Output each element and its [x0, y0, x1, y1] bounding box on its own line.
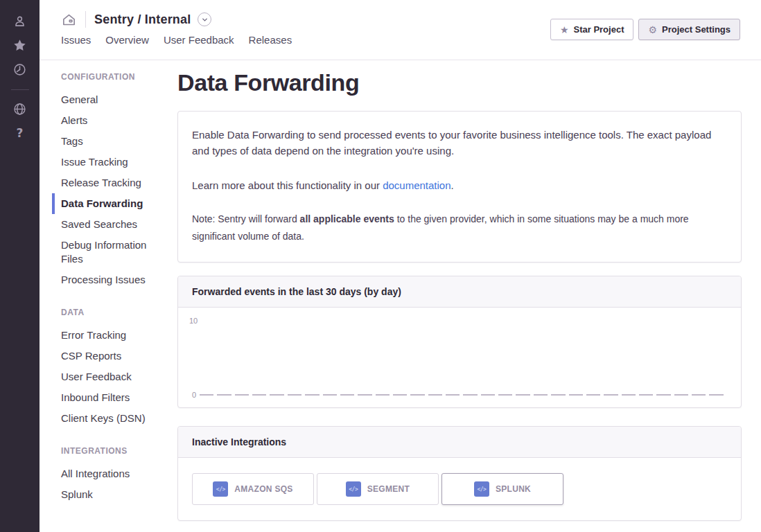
sidebar-item[interactable]: All Integrations	[52, 463, 168, 484]
day-zero-bar	[305, 394, 319, 396]
y-axis-tick-max: 10	[189, 317, 198, 325]
day-zero-bar	[498, 394, 512, 396]
day-zero-bar	[516, 394, 530, 396]
integration-label: AMAZON SQS	[234, 484, 292, 494]
sidebar-item[interactable]: General	[52, 89, 168, 110]
day-zero-bar	[674, 394, 688, 396]
day-zero-bar	[410, 394, 424, 396]
intro-panel: Enable Data Forwarding to send processed…	[177, 111, 742, 263]
user-icon[interactable]	[12, 13, 28, 28]
project-nav-item[interactable]: Releases	[249, 34, 292, 46]
project-title: Sentry / Internal	[94, 12, 191, 27]
sidebar-item[interactable]: User Feedback	[52, 366, 168, 387]
integration-label: SPLUNK	[496, 484, 531, 494]
learn-more-line: Learn more about this functionality in o…	[192, 177, 727, 193]
integration-card[interactable]: </> SPLUNK	[441, 473, 563, 505]
sidebar-item[interactable]: Alerts	[52, 110, 168, 131]
app-rail: ?	[0, 0, 40, 532]
section-label: CONFIGURATION	[52, 72, 177, 82]
intro-paragraph: Enable Data Forwarding to send processed…	[192, 127, 727, 159]
day-zero-bar	[656, 394, 670, 396]
zero-value-baseline	[200, 394, 724, 396]
day-zero-bar	[252, 394, 266, 396]
sidebar-item[interactable]: Processing Issues	[52, 269, 168, 290]
sidebar-item[interactable]: Splunk	[52, 484, 168, 505]
integration-card[interactable]: </> SEGMENT	[317, 473, 439, 505]
rail-divider	[11, 89, 29, 90]
day-zero-bar	[569, 394, 583, 396]
breadcrumb-divider	[85, 11, 86, 28]
note-paragraph: Note: Sentry will forward all applicable…	[192, 211, 727, 245]
sidebar-item[interactable]: Error Tracking	[52, 325, 168, 346]
integration-card[interactable]: </> AMAZON SQS	[192, 473, 314, 505]
sidebar-item[interactable]: Data Forwarding	[52, 193, 168, 214]
project-nav-item[interactable]: Overview	[105, 34, 149, 46]
code-icon: </>	[346, 481, 361, 497]
day-zero-bar	[692, 394, 706, 396]
sidebar-item[interactable]: Debug Information Files	[52, 235, 168, 269]
gear-icon: ⚙	[648, 25, 657, 35]
settings-sidebar: CONFIGURATION GeneralAlertsTagsIssue Tra…	[52, 72, 177, 522]
star-icon: ★	[560, 25, 569, 35]
day-zero-bar	[463, 394, 477, 396]
sidebar-item[interactable]: Tags	[52, 131, 168, 152]
integration-label: SEGMENT	[367, 484, 410, 494]
page-title: Data Forwarding	[177, 69, 742, 96]
day-zero-bar	[393, 394, 407, 396]
section-label: DATA	[52, 308, 177, 318]
day-zero-bar	[551, 394, 565, 396]
project-nav-item[interactable]: Issues	[61, 34, 91, 46]
sidebar-item[interactable]: Issue Tracking	[52, 152, 168, 172]
day-zero-bar	[323, 394, 337, 396]
sidebar-item[interactable]: CSP Reports	[52, 346, 168, 366]
sidebar-item[interactable]: Client Keys (DSN)	[52, 408, 168, 429]
day-zero-bar	[481, 394, 495, 396]
day-zero-bar	[340, 394, 354, 396]
integration-cards: </> AMAZON SQS </> SEGMENT </> SPLUNK	[192, 473, 727, 505]
sidebar-item[interactable]: Saved Searches	[52, 214, 168, 235]
question-icon[interactable]: ?	[12, 125, 28, 141]
sidebar-item[interactable]: Release Tracking	[52, 172, 168, 193]
project-settings-button[interactable]: ⚙ Project Settings	[638, 19, 740, 40]
chevron-down-icon[interactable]	[198, 12, 211, 26]
day-zero-bar	[358, 394, 371, 396]
day-zero-bar	[217, 394, 231, 396]
forwarded-events-chart-panel: Forwarded events in the last 30 days (by…	[177, 276, 742, 408]
day-zero-bar	[200, 394, 213, 396]
day-zero-bar	[622, 394, 636, 396]
home-icon[interactable]	[61, 12, 77, 28]
sidebar-section-configuration: CONFIGURATION GeneralAlertsTagsIssue Tra…	[52, 72, 177, 290]
code-icon: </>	[213, 481, 228, 497]
day-zero-bar	[288, 394, 301, 396]
section-label: INTEGRATIONS	[52, 446, 177, 456]
documentation-link[interactable]: documentation	[383, 179, 451, 191]
globe-icon[interactable]	[12, 101, 28, 116]
day-zero-bar	[235, 394, 249, 396]
sidebar-section-integrations: INTEGRATIONS All IntegrationsSplunk	[52, 446, 177, 505]
main-content: Data Forwarding Enable Data Forwarding t…	[177, 69, 742, 532]
code-icon: </>	[474, 481, 489, 497]
forwarded-events-chart: 10 0	[178, 308, 741, 407]
day-zero-bar	[604, 394, 618, 396]
day-zero-bar	[639, 394, 653, 396]
y-axis-tick-min: 0	[192, 391, 196, 399]
day-zero-bar	[446, 394, 460, 396]
day-zero-bar	[270, 394, 283, 396]
day-zero-bar	[428, 394, 442, 396]
inactive-integrations-panel: Inactive Integrations </> AMAZON SQS </>…	[177, 426, 742, 521]
day-zero-bar	[709, 394, 723, 396]
sidebar-item[interactable]: Inbound Filters	[52, 387, 168, 408]
project-nav-item[interactable]: User Feedback	[164, 34, 234, 46]
history-icon[interactable]	[12, 62, 28, 77]
header-actions: ★ Star Project ⚙ Project Settings	[550, 19, 740, 40]
day-zero-bar	[586, 394, 600, 396]
top-header: Sentry / Internal IssuesOverviewUser Fee…	[40, 0, 761, 60]
day-zero-bar	[376, 394, 390, 396]
star-project-button[interactable]: ★ Star Project	[550, 19, 634, 40]
day-zero-bar	[534, 394, 548, 396]
chart-panel-title: Forwarded events in the last 30 days (by…	[178, 276, 741, 308]
sidebar-section-data: DATA Error TrackingCSP ReportsUser Feedb…	[52, 308, 177, 429]
star-icon[interactable]	[12, 37, 28, 53]
integrations-panel-title: Inactive Integrations	[178, 427, 741, 458]
